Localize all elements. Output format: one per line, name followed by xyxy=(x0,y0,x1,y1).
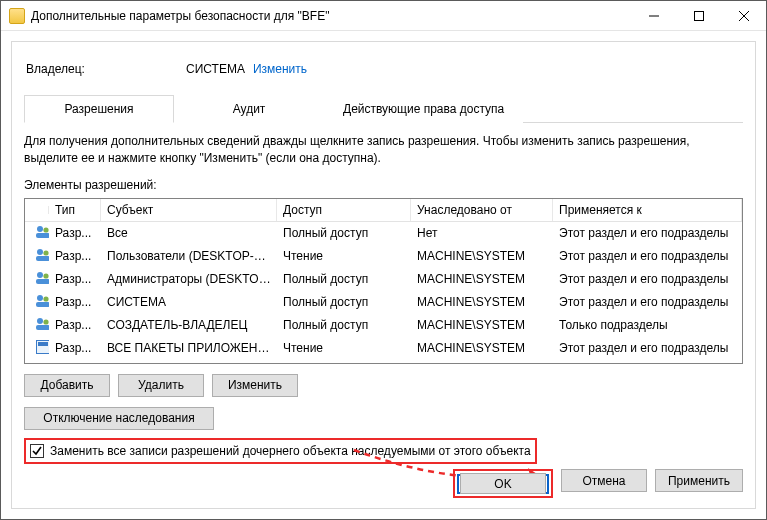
grid-header: Тип Субъект Доступ Унаследовано от Приме… xyxy=(25,199,742,222)
cell-access: Полный доступ xyxy=(277,224,411,242)
window-title: Дополнительные параметры безопасности дл… xyxy=(31,9,631,23)
cell-type: Разр... xyxy=(49,362,101,364)
row-icon xyxy=(25,268,49,291)
cell-applies: Этот раздел и его подразделы xyxy=(553,224,742,242)
col-subject[interactable]: Субъект xyxy=(101,199,277,221)
cell-type: Разр... xyxy=(49,270,101,288)
cell-access: Чтение xyxy=(277,362,411,364)
window-buttons xyxy=(631,1,766,30)
cell-applies: Этот раздел и его подразделы xyxy=(553,247,742,265)
remove-button[interactable]: Удалить xyxy=(118,374,204,397)
table-row[interactable]: Разр...Администраторы (DESKTOP-...Полный… xyxy=(25,268,742,291)
cell-applies: Только подразделы xyxy=(553,316,742,334)
cell-subject: СИСТЕМА xyxy=(101,293,277,311)
titlebar: Дополнительные параметры безопасности дл… xyxy=(1,1,766,31)
dialog-footer: OK Отмена Применить xyxy=(453,469,743,498)
owner-label: Владелец: xyxy=(26,62,186,76)
minimize-button[interactable] xyxy=(631,1,676,30)
table-row[interactable]: Разр...ВсеПолный доступНетЭтот раздел и … xyxy=(25,222,742,245)
row-icon xyxy=(25,337,49,360)
cell-applies: Этот раздел и его подразделы xyxy=(553,339,742,357)
instructions-text: Для получения дополнительных сведений дв… xyxy=(24,133,743,168)
cell-access: Чтение xyxy=(277,247,411,265)
cell-inherited: MACHINE\SYSTEM xyxy=(411,362,553,364)
svg-point-13 xyxy=(37,295,43,301)
table-row[interactable]: Разр...Пользователи (DESKTOP-V5...Чтение… xyxy=(25,245,742,268)
svg-point-17 xyxy=(43,319,48,324)
cell-subject: Пользователи (DESKTOP-V5... xyxy=(101,247,277,265)
dialog-content: Владелец: СИСТЕМА Изменить Разрешения Ау… xyxy=(11,41,756,509)
svg-rect-21 xyxy=(37,363,50,364)
svg-rect-1 xyxy=(694,11,703,20)
svg-point-16 xyxy=(37,318,43,324)
svg-point-4 xyxy=(37,226,43,232)
ok-button[interactable]: OK xyxy=(460,473,546,494)
tab-audit[interactable]: Аудит xyxy=(174,95,324,123)
cell-subject: Администраторы (DESKTOP-... xyxy=(101,270,277,288)
cell-subject: ВСЕ ПАКЕТЫ ПРИЛОЖЕНИЙ xyxy=(101,339,277,357)
row-icon xyxy=(25,222,49,245)
tab-effective-access[interactable]: Действующие права доступа xyxy=(324,95,523,123)
table-row[interactable]: Разр...ВСЕ ПАКЕТЫ ПРИЛОЖЕНИЙЧтениеMACHIN… xyxy=(25,337,742,360)
replace-checkbox[interactable] xyxy=(30,444,44,458)
table-row[interactable]: Разр...СОЗДАТЕЛЬ-ВЛАДЕЛЕЦПолный доступMA… xyxy=(25,314,742,337)
close-button[interactable] xyxy=(721,1,766,30)
col-type[interactable]: Тип xyxy=(49,199,101,221)
owner-value: СИСТЕМА xyxy=(186,62,245,76)
ok-highlight: OK xyxy=(453,469,553,498)
change-owner-link[interactable]: Изменить xyxy=(253,62,307,76)
row-icon xyxy=(25,245,49,268)
security-shield-icon xyxy=(9,8,25,24)
cell-type: Разр... xyxy=(49,247,101,265)
cell-inherited: MACHINE\SYSTEM xyxy=(411,270,553,288)
maximize-button[interactable] xyxy=(676,1,721,30)
row-icon xyxy=(25,314,49,337)
svg-rect-6 xyxy=(36,233,49,238)
cell-applies: Этот раздел и его подразделы xyxy=(553,293,742,311)
row-icon xyxy=(25,360,49,364)
cell-access: Полный доступ xyxy=(277,270,411,288)
svg-rect-15 xyxy=(36,302,49,307)
cell-subject: Все xyxy=(101,224,277,242)
col-access[interactable]: Доступ xyxy=(277,199,411,221)
col-inherited[interactable]: Унаследовано от xyxy=(411,199,553,221)
table-row[interactable]: Разр...S-1-15-3-1024-1065365936-12...Чте… xyxy=(25,360,742,364)
disable-inheritance-button[interactable]: Отключение наследования xyxy=(24,407,214,430)
svg-rect-18 xyxy=(36,325,49,330)
svg-rect-12 xyxy=(36,279,49,284)
cell-applies: Этот раздел и его подразделы xyxy=(553,362,742,364)
cell-inherited: MACHINE\SYSTEM xyxy=(411,339,553,357)
edit-button[interactable]: Изменить xyxy=(212,374,298,397)
tabs: Разрешения Аудит Действующие права досту… xyxy=(24,94,743,123)
svg-point-10 xyxy=(37,272,43,278)
col-applies[interactable]: Применяется к xyxy=(553,199,742,221)
row-action-buttons: Добавить Удалить Изменить xyxy=(24,374,743,397)
cancel-button[interactable]: Отмена xyxy=(561,469,647,492)
cell-type: Разр... xyxy=(49,316,101,334)
cell-inherited: MACHINE\SYSTEM xyxy=(411,293,553,311)
row-icon xyxy=(25,291,49,314)
tab-permissions[interactable]: Разрешения xyxy=(24,95,174,123)
replace-checkbox-label: Заменить все записи разрешений дочернего… xyxy=(50,444,531,458)
svg-rect-20 xyxy=(38,342,48,346)
cell-type: Разр... xyxy=(49,224,101,242)
cell-inherited: MACHINE\SYSTEM xyxy=(411,316,553,334)
cell-access: Полный доступ xyxy=(277,293,411,311)
svg-point-8 xyxy=(43,250,48,255)
add-button[interactable]: Добавить xyxy=(24,374,110,397)
table-row[interactable]: Разр...СИСТЕМАПолный доступMACHINE\SYSTE… xyxy=(25,291,742,314)
cell-applies: Этот раздел и его подразделы xyxy=(553,270,742,288)
svg-point-14 xyxy=(43,296,48,301)
owner-row: Владелец: СИСТЕМА Изменить xyxy=(26,62,743,76)
cell-subject: СОЗДАТЕЛЬ-ВЛАДЕЛЕЦ xyxy=(101,316,277,334)
cell-subject: S-1-15-3-1024-1065365936-12... xyxy=(101,362,277,364)
replace-child-permissions-row[interactable]: Заменить все записи разрешений дочернего… xyxy=(24,438,537,464)
permissions-grid[interactable]: Тип Субъект Доступ Унаследовано от Приме… xyxy=(24,198,743,364)
cell-inherited: Нет xyxy=(411,224,553,242)
svg-point-5 xyxy=(43,227,48,232)
svg-rect-9 xyxy=(36,256,49,261)
inherit-row: Отключение наследования xyxy=(24,407,743,430)
apply-button[interactable]: Применить xyxy=(655,469,743,492)
permissions-subheading: Элементы разрешений: xyxy=(24,178,743,192)
svg-point-7 xyxy=(37,249,43,255)
